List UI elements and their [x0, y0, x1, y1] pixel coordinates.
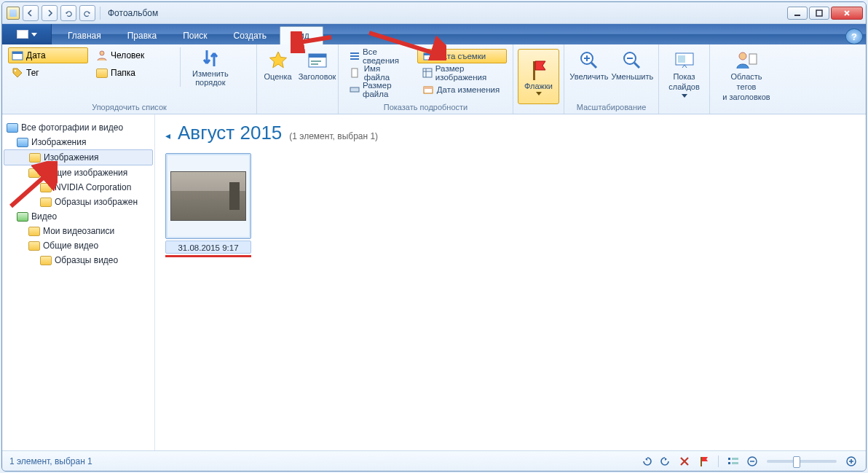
date-modified-icon	[422, 84, 434, 95]
tree-all[interactable]: Все фотографии и видео	[4, 120, 153, 135]
arrange-by-folder[interactable]: Папка	[92, 65, 173, 81]
folder-icon	[28, 168, 40, 178]
tree-sample-images[interactable]: Образцы изображен	[4, 195, 153, 209]
date-taken-icon	[422, 50, 434, 62]
file-menu-button[interactable]	[2, 24, 52, 44]
tree-images-sub[interactable]: Изображения	[4, 149, 153, 165]
tree-public-video-label: Общие видео	[43, 241, 98, 251]
zoom-slider[interactable]	[767, 460, 837, 463]
zoom-out-button[interactable]: Уменьшить	[612, 47, 652, 82]
delete-button[interactable]	[677, 454, 692, 469]
tree-images[interactable]: Изображения	[4, 135, 153, 149]
title-sep	[100, 7, 100, 20]
flag-icon	[528, 58, 550, 82]
content-area: ◂ Август 2015 (1 элемент, выбран 1) 31.0…	[155, 114, 866, 450]
view-details-button[interactable]	[726, 454, 741, 469]
tree-public-images[interactable]: Общие изображения	[4, 165, 153, 180]
change-order-button[interactable]: Изменить порядок	[192, 47, 229, 87]
arrange-by-person[interactable]: Человек	[92, 47, 173, 63]
svg-rect-26	[749, 54, 757, 64]
undo-button[interactable]	[60, 5, 76, 21]
sb-flag-button[interactable]	[696, 454, 711, 469]
tab-create[interactable]: Создать	[221, 27, 280, 44]
title-button[interactable]: Заголовок	[300, 47, 335, 82]
tree-video[interactable]: Видео	[4, 209, 153, 224]
flags-button[interactable]: Флажки	[518, 49, 559, 104]
svg-rect-30	[732, 458, 738, 460]
titlebar: Фотоальбом	[2, 2, 866, 24]
status-text: 1 элемент, выбран 1	[9, 456, 92, 466]
help-button[interactable]: ?	[845, 28, 863, 44]
tab-main[interactable]: Главная	[55, 27, 114, 44]
svg-rect-27	[701, 457, 702, 466]
tree-nvidia[interactable]: NVIDIA Corporation	[4, 180, 153, 195]
body: Все фотографии и видео Изображения Изобр…	[2, 114, 866, 450]
pictures-icon	[17, 138, 28, 147]
thumbnail-item[interactable]: 31.08.2015 9:17	[165, 153, 251, 257]
heading-sub: (1 элемент, выбран 1)	[289, 131, 378, 141]
zoom-in-small[interactable]	[844, 454, 859, 469]
redo-button[interactable]	[79, 5, 95, 21]
tab-edit[interactable]: Правка	[114, 27, 170, 44]
title-label: Заголовок	[299, 72, 336, 82]
rating-label: Оценка	[264, 72, 291, 82]
detail-image-size[interactable]: Размер изображения	[417, 66, 507, 80]
close-button[interactable]	[831, 7, 863, 20]
tree-my-videos[interactable]: Мои видеозаписи	[4, 224, 153, 238]
svg-rect-11	[350, 55, 359, 57]
detail-date-modified[interactable]: Дата изменения	[417, 82, 507, 97]
zoom-out-small[interactable]	[745, 454, 760, 469]
tree-sample-video[interactable]: Образцы видео	[4, 253, 153, 267]
tab-find[interactable]: Поиск	[170, 27, 220, 44]
svg-rect-12	[350, 58, 359, 60]
tree-images-sub-label: Изображения	[44, 152, 98, 163]
arrange-by-tag[interactable]: Тег	[8, 65, 88, 81]
slideshow-label: Показ слайдов	[668, 72, 700, 93]
calendar-icon	[12, 50, 23, 61]
group-details: Все сведения Имя файла Размер файла Дата	[339, 44, 513, 114]
svg-point-5	[15, 70, 16, 71]
nav-forward-button[interactable]	[42, 5, 58, 21]
rotate-left-button[interactable]	[639, 454, 654, 469]
folder-icon	[96, 67, 108, 79]
folder-icon	[28, 241, 40, 251]
rotate-right-button[interactable]	[658, 454, 673, 469]
svg-rect-28	[728, 458, 730, 460]
svg-point-4	[100, 51, 104, 55]
folder-icon	[40, 183, 52, 192]
detail-filesize[interactable]: Размер файла	[344, 82, 413, 97]
detail-filename[interactable]: Имя файла	[344, 66, 413, 80]
arrange-tag-label: Тег	[26, 68, 39, 78]
group-zoom-label: Масштабирование	[564, 103, 658, 114]
tab-bar: Главная Правка Поиск Создать Вид ?	[2, 24, 866, 44]
tree-public-video[interactable]: Общие видео	[4, 238, 153, 253]
detail-date-taken-label: Дата съемки	[437, 52, 486, 60]
svg-point-25	[739, 52, 746, 60]
svg-rect-19	[424, 87, 433, 89]
zoom-in-button[interactable]: Увеличить	[570, 47, 608, 82]
heading-text: Август 2015	[178, 122, 282, 144]
svg-rect-9	[311, 63, 318, 65]
person-icon	[96, 50, 108, 61]
group-slideshow: Показ слайдов	[659, 44, 710, 114]
arrange-folder-label: Папка	[111, 68, 135, 78]
tag-area-button[interactable]: Область тегов и заголовков	[716, 47, 777, 102]
maximize-button[interactable]	[809, 7, 829, 20]
slideshow-button[interactable]: Показ слайдов	[665, 47, 703, 98]
arrange-by-date[interactable]: Дата	[8, 47, 88, 63]
group-details-label: Показать подробности	[339, 103, 513, 114]
folder-icon	[40, 198, 52, 207]
annotation-underline	[165, 255, 251, 257]
collapse-toggle[interactable]: ◂	[165, 130, 170, 141]
tree-sample-images-label: Образцы изображен	[55, 197, 138, 207]
minimize-button[interactable]	[787, 7, 808, 20]
detail-all[interactable]: Все сведения	[344, 49, 413, 63]
tree-all-label: Все фотографии и видео	[21, 122, 123, 133]
folder-icon	[40, 256, 52, 265]
star-icon	[267, 49, 289, 72]
rating-button[interactable]: Оценка	[261, 47, 296, 82]
tab-view[interactable]: Вид	[280, 26, 323, 45]
detail-date-taken[interactable]: Дата съемки	[417, 49, 507, 63]
nav-back-button[interactable]	[23, 5, 39, 21]
svg-rect-3	[12, 52, 23, 54]
